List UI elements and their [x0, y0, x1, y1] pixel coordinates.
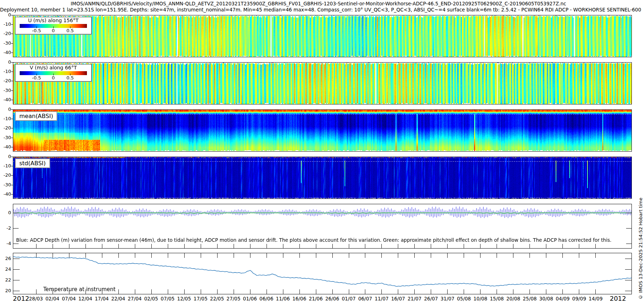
x-axis: 2012 2012 28/0302/0407/0412/0417/0422/04… — [13, 295, 632, 303]
colorbar-tick: -0.5 — [32, 75, 41, 80]
y-tick-label: -10 — [0, 69, 11, 74]
x-date-label: 31/07 — [440, 296, 454, 301]
panel-std-absi: std(ABSI) — [13, 157, 632, 199]
y-tick-label: -4 — [0, 241, 11, 246]
x-date-label: 27/05 — [226, 296, 240, 301]
jet-colorbar — [20, 24, 87, 28]
y-tick-label: 0 — [0, 59, 11, 65]
y-tick-mark — [11, 175, 13, 176]
colorbar-tick-labels: -0.5 0 0.5 — [20, 75, 87, 80]
v-velocity-heatmap — [13, 63, 631, 104]
y-tick-label: -30 — [0, 88, 11, 93]
x-date-label: 12/05 — [177, 296, 191, 301]
u-colorbar-legend: U (m/s) along 156°T -0.5 0 0.5 — [15, 17, 92, 34]
x-date-label: 04/09 — [556, 296, 570, 301]
y-tick-label: 0 — [0, 107, 11, 112]
y-tick-mark — [11, 185, 13, 185]
x-date-label: 07/04 — [62, 296, 76, 301]
x-date-label: 26/07 — [424, 296, 438, 301]
x-date-label: 27/04 — [128, 296, 142, 301]
y-tick-label: -2 — [0, 225, 11, 231]
jet-colorbar — [20, 71, 87, 75]
x-date-label: 22/04 — [111, 296, 125, 301]
colorbar-tick: -0.5 — [32, 28, 41, 33]
y-tick-mark — [11, 128, 13, 128]
y-tick-mark — [11, 53, 13, 53]
panel-temperature: Temperature at instrument — [13, 253, 632, 294]
x-date-label: 12/04 — [78, 296, 92, 301]
x-date-label: 20/08 — [506, 296, 520, 301]
x-date-label: 21/06 — [309, 296, 323, 301]
y-tick-label: -20 — [0, 31, 11, 36]
y-tick-label: 20 — [0, 288, 11, 293]
panel-depth-variation: Blue: ADCP Depth (m) variation from sens… — [13, 204, 632, 249]
std-absi-label: std(ABSI) — [15, 158, 50, 168]
x-date-label: 28/03 — [29, 296, 43, 301]
y-tick-mark — [11, 100, 13, 100]
y-tick-mark — [11, 72, 13, 72]
y-tick-label: -30 — [0, 182, 11, 187]
mean-absi-heatmap — [13, 110, 631, 151]
colorbar-tick-labels: -0.5 0 0.5 — [20, 28, 87, 33]
y-tick-label: -10 — [0, 21, 11, 27]
x-date-label: 09/09 — [572, 296, 586, 301]
x-date-label: 17/05 — [194, 296, 208, 301]
y-tick-mark — [11, 90, 13, 91]
y-tick-mark — [11, 138, 13, 138]
x-date-label: 05/08 — [457, 296, 471, 301]
x-date-label: 02/04 — [45, 296, 59, 301]
x-date-label: 21/07 — [408, 296, 421, 301]
figure-subtitle: Deployment 10, member 1 lat=23.51S lon=1… — [0, 7, 637, 13]
x-date-label: 14/09 — [589, 296, 602, 301]
y-tick-mark — [11, 147, 13, 147]
y-tick-label: -20 — [0, 125, 11, 131]
u-legend-title: U (m/s) along 156°T — [15, 18, 91, 24]
y-tick-label: -30 — [0, 135, 11, 140]
x-date-label: 26/06 — [325, 296, 339, 301]
y-tick-mark — [11, 43, 13, 44]
y-tick-label: 26 — [0, 256, 11, 261]
colorbar-tick: 0.5 — [67, 75, 74, 80]
y-tick-mark — [11, 15, 13, 15]
y-tick-label: -40 — [0, 97, 11, 102]
y-tick-mark — [11, 24, 13, 25]
y-tick-label: -40 — [0, 144, 11, 149]
y-tick-mark — [11, 119, 13, 119]
copyright-watermark: © IMOS 13-Dec-2025 21:54:52 Hobart time — [638, 167, 643, 300]
u-velocity-heatmap — [13, 15, 631, 57]
y-tick-mark — [11, 109, 13, 110]
x-date-label: 11/07 — [375, 296, 389, 301]
y-tick-label: -10 — [0, 163, 11, 168]
mean-absi-label: mean(ABSI) — [15, 111, 57, 121]
x-date-label: 25/08 — [523, 296, 537, 301]
panel-v-velocity: V (m/s) along 66°T -0.5 0 0.5 — [13, 62, 632, 104]
x-date-label: 15/08 — [490, 296, 504, 301]
x-date-label: 06/06 — [259, 296, 273, 301]
y-tick-mark — [11, 62, 13, 63]
v-legend-title: V (m/s) along 66°T — [15, 65, 91, 71]
colorbar-tick: 0 — [52, 75, 55, 80]
y-tick-mark — [11, 81, 13, 81]
y-tick-label: -20 — [0, 78, 11, 83]
figure-title: IMOS/ANMN/QLD/GBRHIS/Velocity/IMOS_ANMN-… — [0, 1, 637, 6]
colorbar-tick: 0 — [52, 28, 55, 33]
depth-variation-note: Blue: ADCP Depth (m) variation from sens… — [16, 237, 611, 243]
x-date-label: 01/06 — [243, 296, 257, 301]
adcp-figure: IMOS/ANMN/QLD/GBRHIS/Velocity/IMOS_ANMN-… — [0, 0, 644, 304]
temperature-label: Temperature at instrument — [43, 286, 116, 293]
x-date-label: 06/07 — [358, 296, 372, 301]
y-tick-label: -40 — [0, 50, 11, 55]
x-axis-year-end: 2012 — [610, 295, 626, 302]
y-tick-label: -30 — [0, 40, 11, 46]
y-tick-label: 24 — [0, 266, 11, 272]
v-colorbar-legend: V (m/s) along 66°T -0.5 0 0.5 — [15, 64, 92, 82]
colorbar-tick: 0.5 — [67, 28, 74, 33]
x-date-label: 01/07 — [342, 296, 356, 301]
y-tick-label: 0 — [0, 210, 11, 215]
y-tick-label: 22 — [0, 277, 11, 283]
y-tick-mark — [11, 157, 13, 157]
y-tick-label: 0 — [0, 12, 11, 18]
x-date-label: 22/05 — [210, 296, 224, 301]
y-tick-label: -40 — [0, 191, 11, 197]
y-tick-mark — [11, 166, 13, 166]
